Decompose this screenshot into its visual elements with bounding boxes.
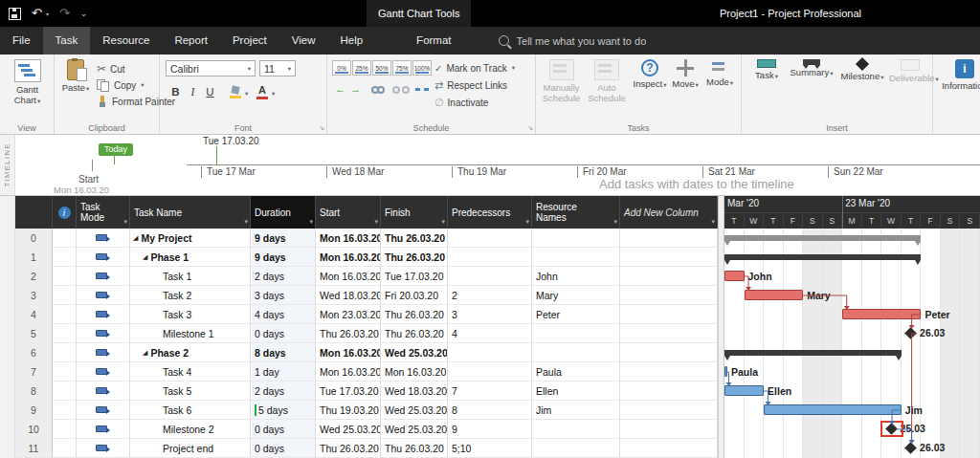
finish-cell[interactable]: Thu 26.03.20: [381, 305, 448, 324]
expand-triangle-icon[interactable]: ◢: [143, 349, 147, 357]
duration-cell[interactable]: 9 days: [251, 248, 316, 267]
predecessors-cell[interactable]: [448, 362, 532, 382]
row-number[interactable]: 3: [15, 286, 53, 305]
task-mode-cell[interactable]: [77, 401, 130, 420]
predecessors-cell[interactable]: 3: [448, 305, 532, 324]
predecessors-cell[interactable]: [448, 267, 532, 286]
add-new-column-cell[interactable]: [620, 439, 718, 458]
tab-report[interactable]: Report: [162, 27, 220, 55]
start-cell[interactable]: Mon 16.03.20: [316, 267, 381, 286]
task-mode-cell[interactable]: [77, 267, 130, 286]
insert-summary-button[interactable]: Summary▾: [788, 57, 835, 117]
add-new-column-cell[interactable]: [620, 362, 718, 382]
pane-splitter[interactable]: [718, 196, 724, 458]
task-name-cell[interactable]: Task 1: [130, 267, 251, 286]
insert-milestone-button[interactable]: Milestone▾: [837, 57, 887, 117]
finish-cell[interactable]: Thu 26.03.20: [381, 229, 448, 248]
move-button[interactable]: Move▾: [670, 57, 701, 117]
schedule-100%-button[interactable]: 100%: [412, 60, 432, 76]
finish-cell[interactable]: Thu 26.03.20: [381, 324, 448, 343]
task-name-cell[interactable]: Milestone 1: [130, 324, 251, 343]
start-cell[interactable]: Tue 17.03.20: [316, 382, 381, 401]
add-new-column-cell[interactable]: [620, 343, 718, 362]
start-cell[interactable]: Mon 16.03.20: [316, 248, 381, 267]
resource-cell[interactable]: [532, 420, 620, 439]
row-number[interactable]: 5: [15, 324, 53, 343]
start-cell[interactable]: Thu 19.03.20: [316, 401, 381, 420]
predecessors-cell[interactable]: 9: [448, 420, 532, 439]
row-number[interactable]: 6: [15, 343, 53, 362]
add-new-column-cell[interactable]: [620, 382, 718, 401]
summary-bar[interactable]: [724, 254, 921, 260]
predecessors-cell[interactable]: [448, 343, 532, 362]
duration-cell[interactable]: 0 days: [251, 324, 316, 343]
resource-cell[interactable]: [532, 439, 620, 458]
schedule-25%-button[interactable]: 25%: [352, 60, 371, 76]
duration-cell[interactable]: 2 days: [251, 267, 316, 286]
gantt-view-strip[interactable]: [0, 196, 15, 458]
duration-cell[interactable]: 2 days: [251, 382, 316, 401]
start-cell[interactable]: Mon 23.03.20: [316, 305, 381, 324]
save-icon[interactable]: [9, 8, 21, 20]
row-number[interactable]: 11: [15, 439, 53, 458]
mode-button[interactable]: Mode▾: [702, 57, 737, 117]
information-button[interactable]: i Information: [937, 57, 980, 117]
finish-cell[interactable]: Thu 26.03.20: [381, 439, 448, 458]
predecessors-cell[interactable]: [448, 248, 532, 267]
duration-cell[interactable]: 8 days: [251, 343, 316, 362]
task-name-cell[interactable]: ◢My Project: [130, 229, 251, 248]
summary-bar[interactable]: [724, 235, 921, 241]
task-mode-cell[interactable]: [77, 305, 130, 324]
task-mode-cell[interactable]: [77, 382, 130, 401]
resource-cell[interactable]: Mary: [532, 286, 620, 305]
task-name-cell[interactable]: ◢Phase 2: [130, 343, 251, 362]
start-cell[interactable]: Wed 25.03.20: [316, 420, 381, 439]
copy-button[interactable]: Copy ▾: [97, 77, 145, 93]
duration-cell[interactable]: 0 days: [251, 439, 316, 458]
resource-cell[interactable]: [532, 324, 620, 343]
summary-bar[interactable]: [724, 350, 902, 356]
tab-format[interactable]: Format: [404, 27, 463, 55]
underline-button[interactable]: U: [202, 84, 218, 100]
resource-cell[interactable]: Paula: [532, 362, 620, 382]
info-column-header[interactable]: i: [53, 196, 77, 229]
add-new-column-cell[interactable]: [620, 267, 718, 286]
predecessors-cell[interactable]: [448, 229, 532, 248]
task-bar[interactable]: [842, 309, 921, 319]
schedule-50%-button[interactable]: 50%: [372, 60, 391, 76]
row-number[interactable]: 7: [15, 362, 53, 382]
task-bar[interactable]: [724, 385, 764, 396]
column-header-resource[interactable]: Resource Names▾: [532, 196, 620, 229]
add-new-column-cell[interactable]: [620, 401, 718, 420]
task-mode-cell[interactable]: [77, 343, 130, 362]
tell-me-box[interactable]: Tell me what you want to do: [499, 27, 647, 55]
finish-cell[interactable]: Thu 26.03.20: [381, 248, 448, 267]
duration-cell[interactable]: 0 days: [251, 420, 316, 439]
task-mode-cell[interactable]: [77, 248, 130, 267]
add-new-column-cell[interactable]: [620, 286, 718, 305]
column-header-pred[interactable]: Predecessors▾: [448, 196, 532, 229]
select-all-corner[interactable]: [15, 196, 53, 229]
predecessors-cell[interactable]: 7: [448, 382, 532, 401]
font-size-combo[interactable]: 11 ▾: [259, 60, 296, 76]
add-new-column-cell[interactable]: [620, 229, 718, 248]
column-header-addnew[interactable]: Add New Column▾: [620, 196, 718, 229]
finish-cell[interactable]: Mon 16.03.20: [381, 362, 448, 382]
task-bar[interactable]: [724, 271, 745, 281]
start-cell[interactable]: Mon 16.03.20: [316, 343, 381, 362]
unlink-tasks-icon[interactable]: [392, 85, 410, 95]
task-name-cell[interactable]: Project end: [130, 439, 251, 458]
row-number[interactable]: 0: [15, 229, 53, 248]
split-task-icon[interactable]: [415, 85, 429, 95]
task-name-cell[interactable]: Task 3: [130, 305, 251, 324]
row-number[interactable]: 10: [15, 420, 53, 439]
resource-cell[interactable]: Peter: [532, 305, 620, 324]
add-new-column-cell[interactable]: [620, 248, 718, 267]
tab-file[interactable]: File: [0, 27, 43, 55]
duration-cell[interactable]: 4 days: [251, 305, 316, 324]
gantt-chart-button[interactable]: Gantt Chart▾: [4, 57, 51, 117]
bold-button[interactable]: B: [167, 84, 184, 100]
row-number[interactable]: 9: [15, 401, 53, 420]
start-cell[interactable]: Mon 16.03.20: [316, 229, 381, 248]
background-color-icon[interactable]: [229, 85, 242, 98]
